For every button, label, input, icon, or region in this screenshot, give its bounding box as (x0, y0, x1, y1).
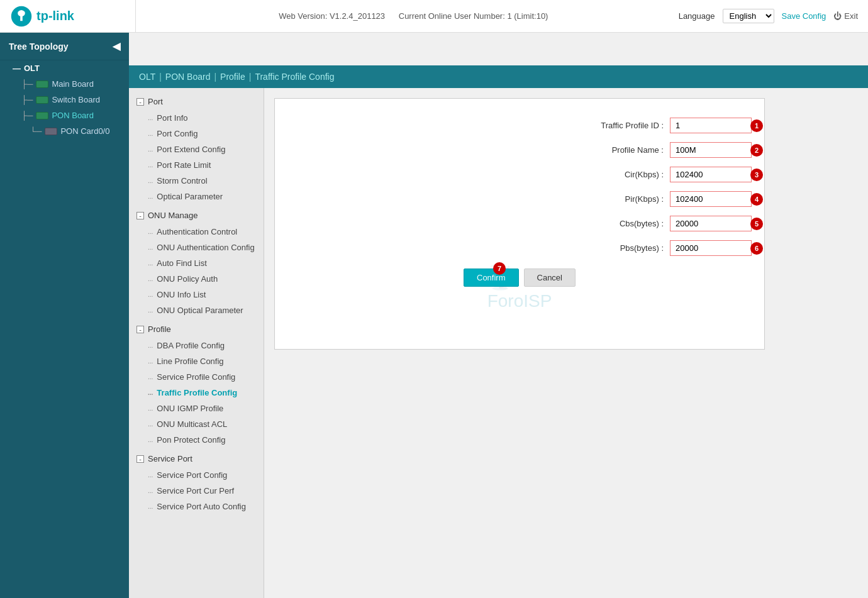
input-pbs-bytes[interactable] (670, 240, 752, 256)
nav-item-port-extend-config[interactable]: Port Extend Config (129, 141, 264, 157)
nav-item-auth-control[interactable]: Authentication Control (129, 224, 264, 240)
label-profile-name: Profile Name : (544, 145, 670, 155)
minus-icon-port: - (136, 98, 144, 106)
nav-section-service-port: - Service Port Service Port Config Servi… (129, 450, 264, 514)
save-config-link[interactable]: Save Config (782, 11, 826, 21)
sidebar: Tree Topology ◀ — OLT ├─ Main Board ├─ S… (0, 33, 129, 598)
left-nav: - Port Port Info Port Config Port Extend… (129, 88, 264, 598)
nav-section-onu-manage: - ONU Manage Authentication Control ONU … (129, 207, 264, 318)
sidebar-item-olt[interactable]: — OLT (0, 60, 129, 76)
sidebar-item-pon-board[interactable]: ├─ PON Board (0, 108, 129, 123)
nav-item-onu-info-list[interactable]: ONU Info List (129, 287, 264, 302)
sidebar-item-switch-board[interactable]: ├─ Switch Board (0, 92, 129, 108)
online-user: Current Online User Number: 1 (Limit:10) (399, 11, 548, 21)
nav-section-onu-manage-header[interactable]: - ONU Manage (129, 207, 264, 224)
watermark-text: ForoISP (487, 291, 552, 311)
board-icon-switch (36, 96, 48, 104)
nav-item-onu-multicast-acl[interactable]: ONU Multicast ACL (129, 416, 264, 432)
nav-item-port-config[interactable]: Port Config (129, 126, 264, 141)
onu-manage-label: ONU Manage (148, 211, 198, 220)
step-badge-2: 2 (750, 144, 763, 157)
sidebar-item-pon-card[interactable]: └─ PON Card0/0 (0, 123, 129, 139)
nav-item-service-port-auto-config[interactable]: Service Port Auto Config (129, 499, 264, 514)
board-icon-pon (36, 112, 48, 119)
breadcrumb-pon-board: PON Board (165, 72, 211, 82)
nav-section-service-port-header[interactable]: - Service Port (129, 450, 264, 467)
nav-item-storm-control[interactable]: Storm Control (129, 173, 264, 189)
sep1: | (159, 72, 162, 82)
nav-item-service-profile-config[interactable]: Service Profile Config (129, 369, 264, 385)
nav-item-onu-optical-param[interactable]: ONU Optical Parameter (129, 302, 264, 318)
nav-section-port: - Port Port Info Port Config Port Extend… (129, 93, 264, 204)
form-row-profile-name: Profile Name : 2 (287, 142, 752, 158)
header-right: Language English Chinese Save Config ⏻ E… (679, 9, 858, 23)
nav-item-service-port-cur-perf[interactable]: Service Port Cur Perf (129, 483, 264, 499)
input-pir-kbps[interactable] (670, 191, 752, 207)
nav-item-onu-policy-auth[interactable]: ONU Policy Auth (129, 271, 264, 287)
nav-item-service-port-config[interactable]: Service Port Config (129, 467, 264, 483)
sidebar-title: Tree Topology (9, 42, 69, 52)
input-cir-kbps[interactable] (670, 167, 752, 182)
logo-text: tp-link (36, 9, 74, 23)
step-badge-4: 4 (750, 193, 763, 206)
nav-section-profile-header[interactable]: - Profile (129, 321, 264, 338)
form-panel: 📡 ForoISP Traffic Profile ID : 1 Profile… (274, 98, 765, 350)
nav-item-onu-auth-config[interactable]: ONU Authentication Config (129, 240, 264, 255)
pon-board-label: PON Board (52, 111, 93, 120)
sidebar-header: Tree Topology ◀ (0, 33, 129, 60)
breadcrumb-olt: OLT (139, 72, 155, 82)
port-section-label: Port (148, 97, 163, 106)
step-badge-1: 1 (750, 119, 763, 132)
step-badge-5: 5 (750, 218, 763, 230)
label-cbs-bytes: Cbs(bytes) : (544, 219, 670, 228)
sidebar-item-main-board[interactable]: ├─ Main Board (0, 76, 129, 92)
sidebar-toggle[interactable]: ◀ (113, 40, 120, 52)
main: OLT | PON Board | Profile | Traffic Prof… (129, 65, 868, 598)
dash-icon4: └─ (30, 126, 42, 136)
input-traffic-profile-id[interactable] (670, 118, 752, 133)
nav-item-onu-igmp-profile[interactable]: ONU IGMP Profile (129, 401, 264, 416)
switch-board-label: Switch Board (52, 95, 100, 104)
nav-item-port-rate-limit[interactable]: Port Rate Limit (129, 157, 264, 173)
nav-item-traffic-profile-config[interactable]: Traffic Profile Config (129, 385, 264, 401)
exit-button[interactable]: ⏻ Exit (833, 11, 858, 21)
logo-area: tp-link (10, 0, 136, 32)
nav-item-optical-parameter[interactable]: Optical Parameter (129, 189, 264, 204)
right-panel: 📡 ForoISP Traffic Profile ID : 1 Profile… (264, 88, 868, 598)
language-select[interactable]: English Chinese (723, 9, 774, 23)
input-cbs-bytes[interactable] (670, 216, 752, 231)
minus-icon-profile: - (136, 326, 144, 333)
sep3: | (249, 72, 252, 82)
nav-item-port-info[interactable]: Port Info (129, 110, 264, 126)
profile-label: Profile (148, 324, 171, 334)
nav-item-pon-protect-config[interactable]: Pon Protect Config (129, 432, 264, 448)
label-pbs-bytes: Pbs(bytes) : (544, 243, 670, 253)
step-badge-7: 7 (493, 262, 506, 275)
nav-item-line-profile-config[interactable]: Line Profile Config (129, 353, 264, 369)
breadcrumb-traffic: Traffic Profile Config (255, 72, 334, 82)
label-cir-kbps: Cir(Kbps) : (544, 170, 670, 179)
confirm-button[interactable]: Confirm (464, 269, 519, 287)
dash-icon2: ├─ (21, 95, 33, 104)
main-board-label: Main Board (52, 79, 93, 89)
dash-icon3: ├─ (21, 111, 33, 120)
form-row-cir-kbps: Cir(Kbps) : 3 (287, 167, 752, 182)
nav-section-profile: - Profile DBA Profile Config Line Profil… (129, 321, 264, 448)
breadcrumb-bar: OLT | PON Board | Profile | Traffic Prof… (129, 65, 868, 88)
cancel-button[interactable]: Cancel (524, 269, 576, 287)
input-profile-name[interactable] (670, 142, 752, 158)
nav-section-port-header[interactable]: - Port (129, 93, 264, 110)
label-pir-kbps: Pir(Kbps) : (544, 194, 670, 204)
dash-icon: ├─ (21, 79, 33, 89)
sep2: | (214, 72, 216, 82)
pon-card-label: PON Card0/0 (60, 126, 109, 136)
nav-item-auto-find-list[interactable]: Auto Find List (129, 255, 264, 271)
language-label: Language (679, 11, 715, 21)
board-icon-main (36, 80, 48, 88)
board-icon-pon-card (45, 128, 57, 135)
step-badge-6: 6 (750, 242, 763, 255)
step-badge-3: 3 (750, 169, 763, 181)
nav-item-dba-profile-config[interactable]: DBA Profile Config (129, 338, 264, 353)
form-row-cbs-bytes: Cbs(bytes) : 5 (287, 216, 752, 231)
content-area: - Port Port Info Port Config Port Extend… (129, 88, 868, 598)
